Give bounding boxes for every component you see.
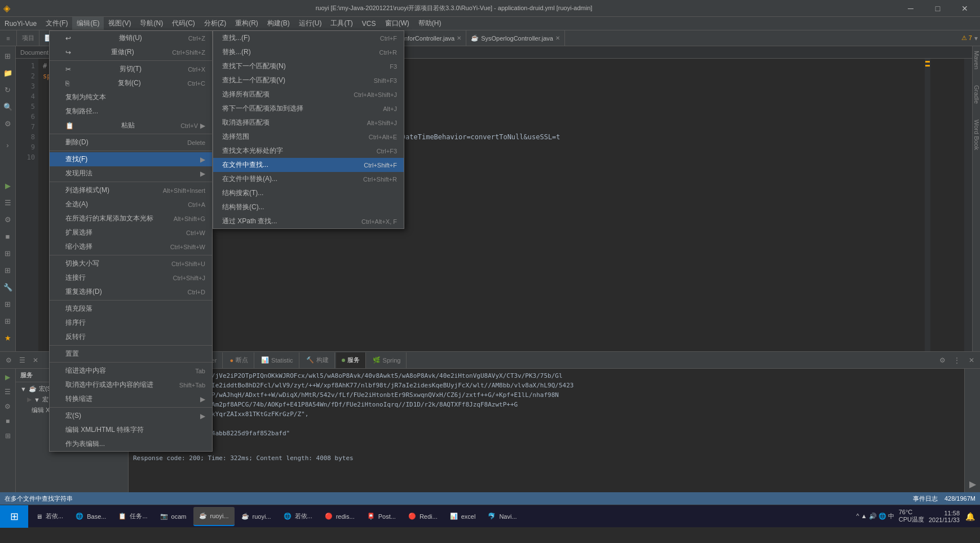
find-item-select-range[interactable]: 选择范围 Ctrl+Alt+E xyxy=(213,130,404,144)
menu-edit[interactable]: 编辑(E) xyxy=(72,17,104,30)
bottom-response-content[interactable]: /75P+NL/wAJFd/884P++T/jVe2iP2OTpPIQnOKkW… xyxy=(129,369,964,492)
taskbar-item-excel[interactable]: 📊 excel xyxy=(444,507,482,526)
menu-navigate[interactable]: 导航(N) xyxy=(135,17,167,30)
menu-code[interactable]: 代码(C) xyxy=(167,17,200,30)
tab-sysoperlog-controller[interactable]: ☕ SysOperlogController.java ✕ xyxy=(466,30,565,46)
close-tab-sysoperlog[interactable]: ✕ xyxy=(555,35,560,41)
menu-copy-plain[interactable]: 复制为纯文本 xyxy=(50,90,212,104)
bottom-icon-settings[interactable]: ⚙ xyxy=(2,354,15,367)
taskbar-item-ocam[interactable]: 📷 ocam xyxy=(154,507,192,526)
menu-help[interactable]: 帮助(H) xyxy=(414,17,446,30)
find-item-xpath[interactable]: 通过 XPath 查找... Ctrl+Alt+X, F xyxy=(213,214,404,228)
bottom-tab-build[interactable]: 🔨 构建 xyxy=(301,352,335,368)
menu-macros[interactable]: 宏(S) ▶ xyxy=(50,409,212,423)
sidebar-icon-4[interactable]: 🔍 xyxy=(1,99,15,114)
taskbar-item-tasks[interactable]: 📋 任务... xyxy=(113,507,153,526)
menu-copy-path[interactable]: 复制路径... xyxy=(50,104,212,118)
maven-panel[interactable]: Maven xyxy=(972,48,980,72)
menu-analyze[interactable]: 分析(Z) xyxy=(200,17,231,30)
menu-shrink-selection[interactable]: 缩小选择 Ctrl+Shift+W xyxy=(50,240,212,254)
menu-reverse-lines[interactable]: 反转行 xyxy=(50,330,212,344)
menu-table-edit[interactable]: 作为表编辑... xyxy=(50,437,212,451)
taskbar-item-ruoyi[interactable]: 🖥 若依... xyxy=(30,507,69,526)
close-tab-sysloginin[interactable]: ✕ xyxy=(457,35,461,41)
taskbar-item-navicat[interactable]: 🐬 Navi... xyxy=(482,507,522,526)
find-item-word-at-cursor[interactable]: 查找文本光标处的字 Ctrl+F3 xyxy=(213,144,404,158)
bottom-right-icon-1[interactable]: ⚙ xyxy=(936,354,948,367)
find-item-add-next[interactable]: 将下一个匹配项添加到选择 Alt+J xyxy=(213,101,404,116)
menu-duplicate-selection[interactable]: 重复选择(D) Ctrl+D xyxy=(50,285,212,299)
find-item-replace[interactable]: 替换...(R) Ctrl+R xyxy=(213,45,404,59)
taskbar-item-ruoyi-web[interactable]: 🌐 若依... xyxy=(278,507,318,526)
sidebar-icon-run[interactable]: ▶ xyxy=(1,178,15,193)
find-item-deselect[interactable]: 取消选择匹配项 Alt+Shift+J xyxy=(213,116,404,130)
taskbar-item-ruoyi2[interactable]: ☕ ruoyi... xyxy=(193,507,235,526)
menu-view[interactable]: 视图(V) xyxy=(104,17,135,30)
taskbar-item-base[interactable]: 🌐 Base... xyxy=(70,507,112,526)
menu-build[interactable]: 构建(B) xyxy=(263,17,294,30)
menu-paste[interactable]: 📋 粘贴 Ctrl+V ▶ xyxy=(50,118,212,133)
menu-refactor[interactable]: 重构(R) xyxy=(231,17,263,30)
sidebar-icon-12[interactable]: 🔧 xyxy=(1,280,15,294)
sidebar-icon-10[interactable]: ⊞ xyxy=(1,246,15,261)
find-item-prev[interactable]: 查找上一个匹配项(V) Shift+F3 xyxy=(213,73,404,87)
taskbar-item-redis2[interactable]: 🔴 Redi... xyxy=(403,507,443,526)
menu-undo[interactable]: ↩ 撤销(U) Ctrl+Z xyxy=(50,31,212,45)
find-item-in-files[interactable]: 在文件中查找... Ctrl+Shift+F xyxy=(213,158,404,172)
expand-tabs[interactable]: ▾ xyxy=(974,34,978,42)
menu-tools[interactable]: 工具(T) xyxy=(326,17,357,30)
find-item-next[interactable]: 查找下一个匹配项(N) F3 xyxy=(213,59,404,73)
bottom-tab-spring[interactable]: 🌿 Spring xyxy=(367,352,407,368)
menu-extend-selection[interactable]: 扩展选择 Ctrl+W xyxy=(50,226,212,240)
bottom-sidebar-grid-icon[interactable]: ⊞ xyxy=(2,430,14,442)
menu-add-cursors[interactable]: 在所选行的末尾添加文本光标 Alt+Shift+G xyxy=(50,211,212,226)
menu-vcs[interactable]: VCS xyxy=(357,17,381,30)
bottom-sidebar-settings-icon[interactable]: ⚙ xyxy=(2,400,14,413)
bottom-right-icon-close[interactable]: ✕ xyxy=(965,354,978,367)
menu-cut[interactable]: ✂ 剪切(T) Ctrl+X xyxy=(50,62,212,76)
bottom-sidebar-run-icon[interactable]: ▶ xyxy=(2,371,14,383)
minimize-button[interactable]: ─ xyxy=(898,0,924,17)
edit-context-menu[interactable]: ↩ 撤销(U) Ctrl+Z ↪ 重做(R) Ctrl+Shift+Z ✂ 剪切… xyxy=(49,30,213,452)
maximize-button[interactable]: □ xyxy=(925,0,951,17)
find-item-struct-search[interactable]: 结构搜索(T)... xyxy=(213,186,404,200)
bottom-icon-list[interactable]: ☰ xyxy=(16,354,28,367)
taskbar-item-redis[interactable]: 🔴 redis... xyxy=(319,507,360,526)
sidebar-icon-14[interactable]: ⊞ xyxy=(1,314,15,328)
sidebar-icon-collapse[interactable]: › xyxy=(1,138,15,152)
sidebar-icon-3[interactable]: ↻ xyxy=(1,82,15,97)
find-item-struct-replace[interactable]: 结构替换(C)... xyxy=(213,200,404,214)
sidebar-icon-11[interactable]: ⊞ xyxy=(1,263,15,277)
menu-position[interactable]: 置置 xyxy=(50,347,212,361)
menu-unindent[interactable]: 取消选中行或选中内容的缩进 Shift+Tab xyxy=(50,378,212,392)
find-item-replace-in-files[interactable]: 在文件中替换(A)... Ctrl+Shift+R xyxy=(213,172,404,186)
menu-select-all[interactable]: 全选(A) Ctrl+A xyxy=(50,197,212,211)
menu-delete[interactable]: 删除(D) Delete xyxy=(50,135,212,149)
close-button[interactable]: ✕ xyxy=(952,0,978,17)
menu-join-lines[interactable]: 连接行 Ctrl+Shift+J xyxy=(50,271,212,285)
sidebar-icon-5[interactable]: ⚙ xyxy=(1,116,15,131)
menu-copy[interactable]: ⎘ 复制(C) Ctrl+C xyxy=(50,76,212,90)
bottom-tab-statistic[interactable]: 📊 Statistic xyxy=(255,352,299,368)
scroll-right-icon[interactable]: ▶ xyxy=(966,478,979,490)
wordbook-panel[interactable]: Word Book xyxy=(972,117,980,152)
menu-column-mode[interactable]: 列选择模式(M) Alt+Shift+Insert xyxy=(50,183,212,197)
find-item-select-all[interactable]: 选择所有匹配项 Ctrl+Alt+Shift+J xyxy=(213,87,404,101)
menu-convert-indent[interactable]: 转换缩进 ▶ xyxy=(50,392,212,406)
sidebar-icon-15[interactable]: ★ xyxy=(1,330,15,345)
menu-toggle-case[interactable]: 切换大小写 Ctrl+Shift+U xyxy=(50,257,212,271)
sidebar-icon-1[interactable]: ⊞ xyxy=(1,48,15,63)
menu-indent[interactable]: 缩进选中内容 Tab xyxy=(50,364,212,378)
menu-edit-xml[interactable]: 编辑 XML/HTML 特殊字符 xyxy=(50,423,212,437)
find-context-submenu[interactable]: 查找...(F) Ctrl+F 替换...(R) Ctrl+R 查找下一个匹配项… xyxy=(213,30,404,229)
bottom-sidebar-list-icon[interactable]: ☰ xyxy=(2,386,14,398)
gradle-panel[interactable]: Gradle xyxy=(972,83,980,106)
menu-run[interactable]: 运行(U) xyxy=(294,17,326,30)
sidebar-icon-9[interactable]: ■ xyxy=(1,229,15,244)
notification-button[interactable]: 🔔 xyxy=(964,506,975,527)
bottom-right-icon-2[interactable]: ⋮ xyxy=(951,354,963,367)
menu-redo[interactable]: ↪ 重做(R) Ctrl+Shift+Z xyxy=(50,45,212,59)
bottom-tab-breakpoints[interactable]: ● 断点 xyxy=(224,352,254,368)
menu-window[interactable]: 窗口(W) xyxy=(381,17,414,30)
bottom-icon-close[interactable]: ✕ xyxy=(29,354,42,367)
